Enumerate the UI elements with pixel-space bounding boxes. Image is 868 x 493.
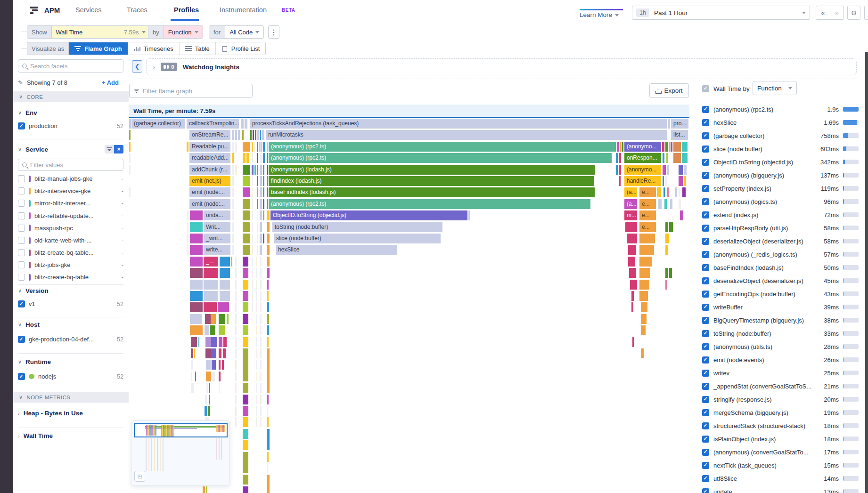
function-row[interactable]: mergeSchema (bigquery.js)19ms xyxy=(702,406,859,419)
checkbox-checked[interactable] xyxy=(702,383,709,390)
flame-frame[interactable]: _writ... xyxy=(204,234,230,243)
flame-frame[interactable] xyxy=(267,280,269,290)
flame-frame[interactable]: baseFindIndex (lodash.js) xyxy=(269,187,595,197)
checkbox-checked[interactable] xyxy=(702,238,709,245)
flame-frame[interactable] xyxy=(231,257,232,267)
function-row[interactable]: writev25ms xyxy=(702,366,859,380)
checkbox-checked[interactable] xyxy=(18,373,25,380)
flame-frame[interactable] xyxy=(252,291,253,301)
flame-frame[interactable] xyxy=(673,153,681,163)
flame-frame[interactable]: _... xyxy=(204,257,218,267)
flame-frame[interactable] xyxy=(243,440,248,450)
flame-frame[interactable]: onRespon... xyxy=(624,153,661,163)
flame-frame[interactable] xyxy=(260,348,262,358)
flame-frame[interactable] xyxy=(220,268,230,278)
flame-frame[interactable] xyxy=(267,406,268,416)
checkbox-checked[interactable] xyxy=(702,106,709,113)
flame-frame[interactable] xyxy=(663,165,666,175)
flame-frame[interactable] xyxy=(252,234,253,243)
checkbox-unchecked[interactable] xyxy=(18,187,25,194)
flame-frame[interactable] xyxy=(206,360,211,370)
flame-frame[interactable] xyxy=(260,187,262,197)
flame-frame[interactable] xyxy=(639,280,649,290)
flame-frame[interactable]: onda... xyxy=(204,210,230,220)
flame-frame[interactable] xyxy=(243,268,248,278)
service-list-item[interactable]: old-karte-web-with-...- xyxy=(18,237,123,244)
checkbox-checked[interactable] xyxy=(702,409,709,416)
checkbox-checked[interactable] xyxy=(702,145,709,153)
flame-frame[interactable] xyxy=(245,119,247,129)
checkbox-unchecked[interactable] xyxy=(18,261,25,268)
checkbox-unchecked[interactable] xyxy=(18,225,25,232)
flame-frame[interactable] xyxy=(250,130,252,140)
flame-frame[interactable] xyxy=(235,130,237,140)
flame-frame[interactable] xyxy=(671,142,672,152)
flame-frame[interactable] xyxy=(256,406,257,416)
flame-frame[interactable] xyxy=(260,372,262,381)
flame-frame[interactable] xyxy=(665,142,668,152)
flame-frame[interactable] xyxy=(684,176,686,186)
facet-env-production[interactable]: production52 xyxy=(18,122,123,129)
checkbox-checked[interactable] xyxy=(702,396,709,403)
flame-frame[interactable] xyxy=(204,302,217,312)
flame-frame[interactable] xyxy=(252,245,253,255)
flame-frame[interactable] xyxy=(267,245,270,255)
flame-frame[interactable] xyxy=(254,165,256,175)
flame-frame[interactable] xyxy=(260,176,262,186)
flame-frame[interactable] xyxy=(243,234,250,243)
flame-frame[interactable]: readableAdd... xyxy=(189,153,230,163)
facet-heap-header[interactable]: ›Heap - Bytes in Use xyxy=(18,410,83,417)
flame-frame[interactable] xyxy=(256,360,257,370)
service-list-item[interactable]: blitz-create-bq-table...- xyxy=(18,249,123,256)
tab-flame-graph[interactable]: Flame Graph xyxy=(69,42,128,55)
flame-frame[interactable]: emit (net.js) xyxy=(189,176,230,186)
function-row[interactable]: ObjectID.toString (objectid.js)342ms xyxy=(702,155,859,169)
nav-instrumentation[interactable]: Instrumentation xyxy=(220,6,267,14)
flame-frame[interactable] xyxy=(190,210,203,220)
select-all-checkbox[interactable] xyxy=(702,85,709,92)
flame-frame[interactable] xyxy=(252,187,253,197)
flame-frame[interactable] xyxy=(232,153,234,163)
flame-frame[interactable] xyxy=(235,348,237,358)
flame-frame[interactable] xyxy=(665,234,669,243)
flame-frame[interactable]: findIndex (lodash.js) xyxy=(269,176,594,186)
flame-frame[interactable]: (anonymous) (rpc2.ts) xyxy=(269,199,590,209)
flame-frame[interactable] xyxy=(209,395,210,404)
flame-frame[interactable]: Writ... xyxy=(204,222,230,232)
checkbox-checked[interactable] xyxy=(702,264,709,271)
flame-frame[interactable] xyxy=(212,372,215,381)
flame-frame[interactable] xyxy=(632,337,634,347)
function-row[interactable]: structuredStack (structured-stack)18ms xyxy=(702,419,859,432)
checkbox-checked[interactable] xyxy=(702,225,709,232)
flame-frame[interactable] xyxy=(243,187,250,197)
pencil-icon[interactable]: ✎ xyxy=(18,79,23,86)
flame-frame[interactable] xyxy=(665,268,668,278)
time-forward-button[interactable]: » xyxy=(830,9,844,16)
flame-frame[interactable] xyxy=(641,325,646,335)
flame-frame[interactable] xyxy=(219,314,225,324)
flame-frame[interactable] xyxy=(235,417,237,427)
flame-frame[interactable]: e... xyxy=(639,199,656,209)
flame-frame[interactable] xyxy=(257,199,258,209)
flame-frame[interactable]: pro... xyxy=(671,119,688,129)
checkbox-checked[interactable] xyxy=(702,462,709,469)
flame-frame[interactable] xyxy=(260,360,262,370)
flame-frame[interactable] xyxy=(641,314,647,324)
checkbox-unchecked[interactable] xyxy=(18,274,25,281)
flame-frame[interactable] xyxy=(668,119,670,129)
flame-frame[interactable] xyxy=(267,199,268,209)
flame-frame[interactable] xyxy=(665,222,668,232)
flame-frame[interactable]: (a... xyxy=(624,187,637,197)
flame-frame[interactable] xyxy=(252,268,253,278)
flame-frame[interactable] xyxy=(235,165,237,175)
metric-select[interactable]: Wall Time 7.59s xyxy=(52,26,150,38)
core-band[interactable]: ∨CORE xyxy=(13,91,129,102)
flame-frame[interactable] xyxy=(267,475,270,493)
flame-frame[interactable] xyxy=(204,268,218,278)
flame-frame[interactable] xyxy=(684,165,687,175)
checkbox-checked[interactable] xyxy=(702,475,709,482)
function-row[interactable]: BigQueryTimestamp (bigquery.js)38ms xyxy=(702,314,859,327)
flame-frame[interactable] xyxy=(252,257,253,267)
flame-frame[interactable]: Readable.pu... xyxy=(189,142,230,152)
flame-frame[interactable] xyxy=(260,234,262,243)
